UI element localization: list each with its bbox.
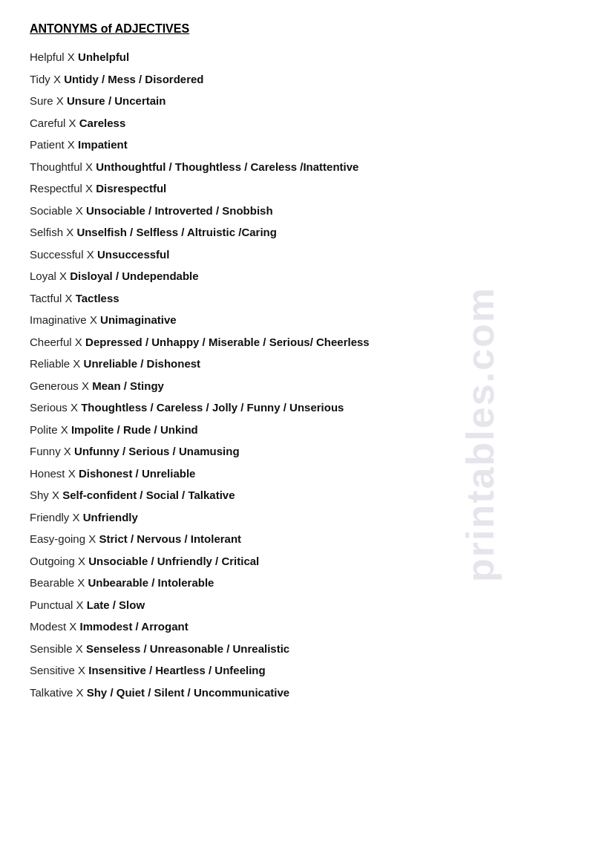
list-item: Shy X Self-confident / Social / Talkativ… <box>30 487 583 504</box>
x-separator: X <box>75 664 88 676</box>
word: Careful <box>30 117 65 129</box>
antonyms: Self-confident / Social / Talkative <box>62 489 235 501</box>
antonyms: Unbearable / Intolerable <box>88 576 214 589</box>
word: Honest <box>30 467 65 480</box>
x-separator: X <box>87 313 100 326</box>
list-item: Careful X Careless <box>30 115 583 132</box>
antonyms: Unsociable / Unfriendly / Critical <box>88 555 259 567</box>
word: Cheerful <box>30 336 72 348</box>
word: Talkative <box>30 686 73 699</box>
word: Sensitive <box>30 664 75 676</box>
page-title: ANTONYMS of ADJECTIVES <box>30 22 583 36</box>
list-item: Talkative X Shy / Quiet / Silent / Uncom… <box>30 685 583 702</box>
list-item: Modest X Immodest / Arrogant <box>30 619 583 636</box>
word: Generous <box>30 379 79 392</box>
antonyms: Unhelpful <box>78 50 129 63</box>
x-separator: X <box>61 445 74 457</box>
word: Helpful <box>30 50 65 63</box>
word: Thoughtful <box>30 160 82 173</box>
antonyms: Careless <box>79 117 126 129</box>
word: Reliable <box>30 357 70 370</box>
word: Selfish <box>30 226 63 238</box>
antonyms: Impolite / Rude / Unkind <box>71 423 198 436</box>
list-item: Tidy X Untidy / Mess / Disordered <box>30 71 583 88</box>
word: Patient <box>30 138 65 151</box>
list-item: Thoughtful X Unthoughtful / Thoughtless … <box>30 159 583 176</box>
antonyms: Immodest / Arrogant <box>80 620 189 633</box>
list-item: Bearable X Unbearable / Intolerable <box>30 575 583 592</box>
x-separator: X <box>58 423 71 436</box>
word: Tidy <box>30 73 50 85</box>
word: Successful <box>30 248 84 261</box>
antonyms: Thoughtless / Careless / Jolly / Funny /… <box>81 401 344 414</box>
antonyms: Late / Slow <box>87 598 145 611</box>
word: Respectful <box>30 182 82 195</box>
x-separator: X <box>53 94 67 107</box>
list-item: Successful X Unsuccessful <box>30 247 583 264</box>
word: Tactful <box>30 292 62 304</box>
x-separator: X <box>75 555 88 567</box>
antonyms: Insensitive / Heartless / Unfeeling <box>88 664 265 676</box>
x-separator: X <box>63 226 76 238</box>
antonyms: Unsuccessful <box>97 248 170 261</box>
x-separator: X <box>72 336 85 348</box>
antonyms: Disrespectful <box>96 182 166 195</box>
antonyms: Senseless / Unreasonable / Unrealistic <box>86 642 289 655</box>
word: Polite <box>30 423 58 436</box>
x-separator: X <box>73 204 86 217</box>
x-separator: X <box>69 511 82 523</box>
word: Serious <box>30 401 68 414</box>
word: Outgoing <box>30 555 75 567</box>
list-item: Sensitive X Insensitive / Heartless / Un… <box>30 662 583 679</box>
antonyms: Unsure / Uncertain <box>67 94 165 107</box>
list-item: Generous X Mean / Stingy <box>30 378 583 395</box>
list-item: Honest X Dishonest / Unreliable <box>30 466 583 483</box>
x-separator: X <box>82 182 96 195</box>
antonyms: Disloyal / Undependable <box>70 270 198 282</box>
x-separator: X <box>73 642 86 655</box>
antonyms: Unsociable / Introverted / Snobbish <box>86 204 273 217</box>
antonyms: Shy / Quiet / Silent / Uncommunicative <box>87 686 289 699</box>
list-item: Tactful X Tactless <box>30 290 583 307</box>
word: Punctual <box>30 598 73 611</box>
word: Easy-going <box>30 532 85 545</box>
list-item: Patient X Impatient <box>30 137 583 154</box>
word: Modest <box>30 620 66 633</box>
x-separator: X <box>73 598 86 611</box>
x-separator: X <box>82 160 96 173</box>
list-item: Sure X Unsure / Uncertain <box>30 93 583 110</box>
list-item: Respectful X Disrespectful <box>30 180 583 198</box>
word: Bearable <box>30 576 74 589</box>
list-item: Sociable X Unsociable / Introverted / Sn… <box>30 203 583 220</box>
list-item: Helpful X Unhelpful <box>30 49 583 66</box>
list-item: Serious X Thoughtless / Careless / Jolly… <box>30 399 583 417</box>
x-separator: X <box>85 532 99 545</box>
word: Sensible <box>30 642 73 655</box>
list-item: Imaginative X Unimaginative <box>30 312 583 329</box>
antonyms: Unselfish / Selfless / Altruistic /Carin… <box>76 226 277 238</box>
x-separator: X <box>65 138 78 151</box>
list-item: Cheerful X Depressed / Unhappy / Miserab… <box>30 334 583 351</box>
antonyms: Strict / Nervous / Intolerant <box>99 532 241 545</box>
x-separator: X <box>62 292 75 304</box>
list-item: Loyal X Disloyal / Undependable <box>30 268 583 285</box>
x-separator: X <box>65 467 79 480</box>
antonyms: Mean / Stingy <box>92 379 164 392</box>
word: Friendly <box>30 511 69 523</box>
x-separator: X <box>68 401 81 414</box>
x-separator: X <box>65 50 78 63</box>
x-separator: X <box>56 270 70 282</box>
antonyms: Unfriendly <box>83 511 138 523</box>
antonyms: Tactless <box>76 292 119 304</box>
list-item: Selfish X Unselfish / Selfless / Altruis… <box>30 224 583 241</box>
list-item: Easy-going X Strict / Nervous / Intolera… <box>30 531 583 548</box>
word: Imaginative <box>30 313 87 326</box>
word: Shy <box>30 489 49 501</box>
word: Funny <box>30 445 61 457</box>
x-separator: X <box>65 117 79 129</box>
antonyms: Depressed / Unhappy / Miserable / Seriou… <box>85 336 370 348</box>
antonyms: Unfunny / Serious / Unamusing <box>74 445 240 457</box>
list-item: Friendly X Unfriendly <box>30 509 583 526</box>
list-item: Outgoing X Unsociable / Unfriendly / Cri… <box>30 553 583 570</box>
list-item: Punctual X Late / Slow <box>30 597 583 614</box>
